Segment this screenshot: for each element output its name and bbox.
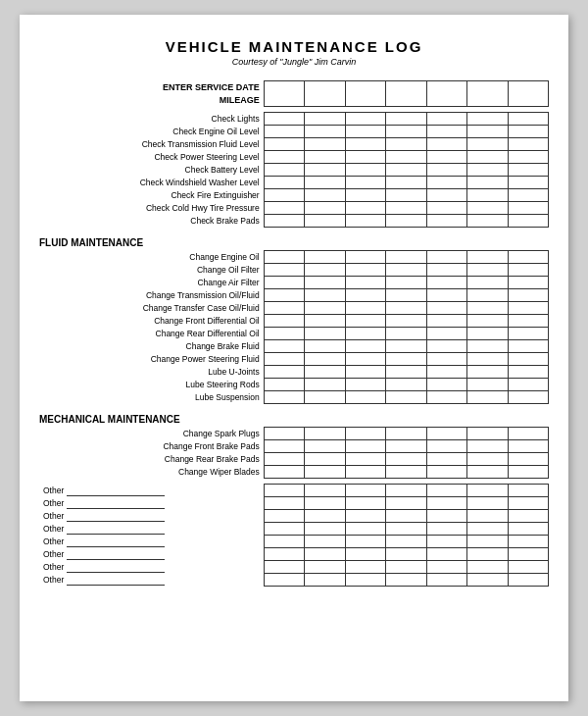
log-table: ENTER SERVICE DATE MILEAGE Check Lights	[39, 80, 549, 587]
mileage-col-3[interactable]	[345, 94, 385, 107]
row-check-engine-oil: Check Engine Oil Level	[39, 126, 549, 138]
row-check-transmission-fluid: Check Transmission Fluid Level	[39, 138, 549, 151]
mileage-col-2[interactable]	[305, 94, 345, 107]
row-other-7: Other	[39, 561, 549, 574]
mileage-col-4[interactable]	[386, 94, 426, 107]
mileage-col-5[interactable]	[426, 94, 466, 107]
row-other-8: Other	[39, 574, 549, 587]
date-col-6[interactable]	[467, 81, 508, 94]
row-check-fire-extinguisher: Check Fire Extinguisher	[39, 189, 549, 202]
row-other-6: Other	[39, 548, 549, 561]
mechanical-section-header: MECHANICAL MAINTENANCE	[39, 404, 549, 428]
row-change-front-diff: Change Front Differential Oil	[39, 315, 549, 328]
date-col-7[interactable]	[508, 81, 549, 94]
vehicle-maintenance-log: VEHICLE MAINTENANCE LOG Courtesy of "Jun…	[20, 15, 568, 701]
row-check-lights: Check Lights	[39, 113, 549, 126]
row-change-oil-filter: Change Oil Filter	[39, 264, 549, 277]
date-col-5[interactable]	[426, 81, 466, 94]
date-col-2[interactable]	[305, 81, 345, 94]
mileage-col-7[interactable]	[508, 94, 549, 107]
row-other-2: Other	[39, 497, 549, 510]
row-lube-steering-rods: Lube Steering Rods	[39, 379, 549, 391]
row-check-power-steering: Check Power Steering Level	[39, 151, 549, 164]
row-change-engine-oil: Change Engine Oil	[39, 251, 549, 264]
mileage-col-1[interactable]	[264, 94, 304, 107]
row-change-rear-brake-pads: Change Rear Brake Pads	[39, 453, 549, 466]
fluid-section-title: FLUID MAINTENANCE	[39, 228, 549, 251]
mileage-label: MILEAGE	[39, 94, 264, 107]
row-other-1: Other	[39, 485, 549, 497]
date-col-4[interactable]	[386, 81, 426, 94]
mechanical-section-title: MECHANICAL MAINTENANCE	[39, 404, 549, 428]
row-lube-u-joints: Lube U-Joints	[39, 366, 549, 379]
row-check-windshield-washer: Check Windshield Washer Level	[39, 177, 549, 189]
row-change-spark-plugs: Change Spark Plugs	[39, 428, 549, 440]
mileage-col-6[interactable]	[467, 94, 508, 107]
row-change-brake-fluid: Change Brake Fluid	[39, 340, 549, 353]
row-lube-suspension: Lube Suspension	[39, 391, 549, 404]
fluid-section-header: FLUID MAINTENANCE	[39, 228, 549, 251]
row-change-transmission-fluid: Change Transmission Oil/Fluid	[39, 289, 549, 302]
row-change-rear-diff: Change Rear Differential Oil	[39, 328, 549, 340]
row-change-air-filter: Change Air Filter	[39, 277, 549, 289]
row-check-battery: Check Battery Level	[39, 164, 549, 177]
row-change-power-steering-fluid: Change Power Steering Fluid	[39, 353, 549, 366]
row-check-brake-pads: Check Brake Pads	[39, 215, 549, 228]
date-row: ENTER SERVICE DATE	[39, 81, 549, 94]
date-col-3[interactable]	[345, 81, 385, 94]
row-other-4: Other	[39, 523, 549, 536]
row-change-transfer-case: Change Transfer Case Oil/Fluid	[39, 302, 549, 315]
date-col-1[interactable]	[264, 81, 304, 94]
row-change-wiper-blades: Change Wiper Blades	[39, 466, 549, 479]
row-other-5: Other	[39, 536, 549, 548]
row-change-front-brake-pads: Change Front Brake Pads	[39, 440, 549, 453]
mileage-row: MILEAGE	[39, 94, 549, 107]
row-check-tire-pressure: Check Cold Hwy Tire Pressure	[39, 202, 549, 215]
date-label: ENTER SERVICE DATE	[39, 81, 264, 94]
page-title: VEHICLE MAINTENANCE LOG	[39, 38, 549, 55]
page-subtitle: Courtesy of "Jungle" Jim Carvin	[39, 57, 549, 67]
row-other-3: Other	[39, 510, 549, 523]
